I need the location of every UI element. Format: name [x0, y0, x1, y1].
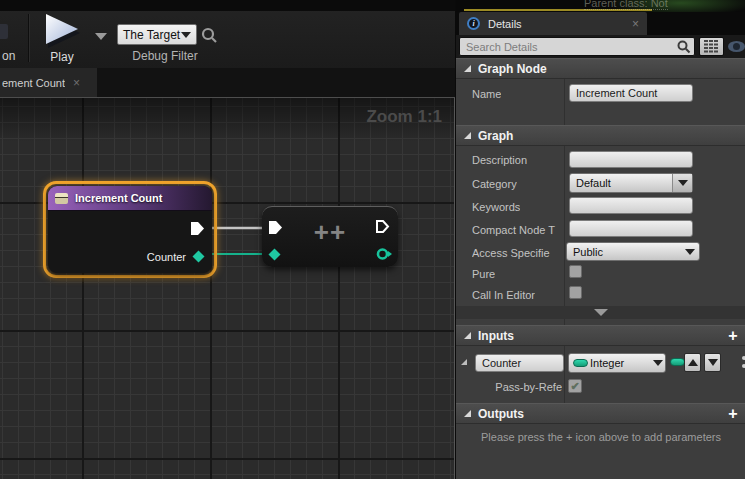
node-increment-operator[interactable]: ++ [262, 206, 398, 267]
search-icon [677, 40, 691, 54]
description-label: Description [472, 154, 527, 166]
category-dropdown[interactable]: Default [569, 173, 693, 193]
add-output-button[interactable]: + [724, 406, 742, 423]
pin-type-pill-icon [670, 358, 685, 366]
toolbar-top-strip [0, 0, 455, 11]
clipped-toolbar-icon [0, 24, 8, 39]
input-param-name-field[interactable]: Counter [475, 354, 564, 372]
section-header-outputs[interactable]: Outputs + [456, 403, 745, 424]
pure-checkbox[interactable] [569, 265, 582, 278]
pure-label: Pure [472, 268, 495, 280]
clipped-toolbar-button[interactable]: on [2, 49, 15, 63]
main-toolbar: on Play The Target Debug Filter [0, 0, 455, 68]
keywords-label: Keywords [472, 201, 520, 213]
call-in-editor-label: Call In Editor [472, 289, 535, 301]
details-panel: Parent class: Not i Details × [455, 0, 745, 479]
triangle-up-icon [688, 359, 698, 366]
unreal-blueprint-editor: on Play The Target Debug Filter [0, 0, 745, 479]
graph-tab-increment-count[interactable]: ement Count × [0, 68, 97, 97]
add-input-button[interactable]: + [724, 328, 742, 345]
node-header[interactable]: Increment Count [48, 186, 212, 211]
pass-by-reference-label: Pass-by-Refe [464, 381, 562, 393]
access-specifier-dropdown[interactable]: Public [566, 242, 700, 261]
section-header-inputs[interactable]: Inputs + [456, 325, 745, 346]
details-tab-close-icon[interactable]: × [632, 17, 639, 31]
graph-tab-bar: ement Count × [0, 68, 455, 97]
node-title: Increment Count [75, 192, 162, 204]
name-label: Name [472, 88, 501, 100]
section-header-graph[interactable]: Graph [456, 125, 745, 146]
node-body[interactable]: Increment Count Counter [48, 186, 212, 273]
debug-search-icon[interactable] [201, 27, 218, 44]
outputs-empty-hint: Please press the + icon above to add par… [456, 431, 745, 443]
keywords-field[interactable] [569, 197, 693, 214]
chevron-down-icon [181, 32, 191, 38]
expand-triangle-icon [464, 132, 471, 139]
play-button-label: Play [36, 50, 88, 64]
move-param-down-button[interactable] [704, 353, 721, 372]
expand-triangle-icon [464, 410, 471, 417]
graph-tab-close-icon[interactable]: × [73, 76, 80, 90]
details-tab-label: Details [488, 18, 632, 30]
triangle-down-icon [708, 359, 718, 366]
access-specifier-label: Access Specifie [472, 247, 564, 259]
expand-triangle-icon [464, 65, 471, 72]
counter-data-pin[interactable] [192, 250, 205, 263]
column-divider [564, 58, 565, 306]
chevron-down-icon [672, 174, 692, 192]
property-matrix-button[interactable] [699, 37, 724, 56]
function-icon [55, 193, 68, 204]
info-icon: i [467, 17, 480, 30]
details-tab-bar: i Details × [456, 12, 745, 35]
data-output-pin-unconnected[interactable] [376, 247, 392, 261]
graph-tab-label: ement Count [2, 77, 65, 89]
pass-by-reference-checkbox[interactable]: ✔ [568, 379, 582, 393]
param-expand-triangle-icon[interactable] [461, 359, 467, 365]
category-value: Default [570, 177, 672, 189]
input-param-type-value: Integer [588, 357, 651, 369]
counter-pin-label: Counter [147, 251, 186, 263]
name-field[interactable]: Increment Count [569, 84, 693, 102]
play-button[interactable]: Play [36, 12, 88, 64]
debug-filter-label: Debug Filter [110, 49, 220, 63]
exec-output-pin[interactable] [190, 221, 205, 236]
blueprint-graph-canvas[interactable]: Zoom 1:1 Increment Count Counter [0, 97, 455, 479]
zoom-level-indicator: Zoom 1:1 [366, 107, 442, 127]
search-details-input[interactable] [459, 37, 695, 56]
details-tab[interactable]: i Details × [459, 12, 647, 35]
view-options-eye-icon[interactable] [728, 41, 745, 52]
input-param-type-dropdown[interactable]: Integer [568, 353, 666, 373]
clipped-parent-class-text: Parent class: Not [584, 0, 668, 10]
section-title: Graph [478, 129, 513, 143]
section-title: Inputs [478, 329, 514, 343]
play-options-caret-icon[interactable] [95, 33, 107, 40]
category-label: Category [472, 178, 517, 190]
expand-triangle-icon [464, 332, 471, 339]
access-specifier-value: Public [567, 246, 681, 258]
play-icon [42, 12, 84, 50]
node-increment-count[interactable]: Increment Count Counter [48, 186, 212, 273]
call-in-editor-checkbox[interactable] [569, 286, 582, 299]
data-input-pin[interactable] [268, 248, 281, 261]
description-field[interactable] [569, 151, 693, 168]
debug-target-value: The Target [123, 28, 181, 42]
exec-output-pin-unconnected[interactable] [375, 219, 390, 234]
counter-output-row: Counter [147, 250, 205, 263]
section-title: Outputs [478, 407, 524, 421]
chevron-down-icon [651, 360, 665, 366]
integer-type-pill-icon [573, 359, 588, 367]
compact-node-title-label: Compact Node T [472, 224, 564, 236]
debug-target-dropdown[interactable]: The Target [117, 24, 197, 45]
move-param-up-button[interactable] [684, 353, 701, 372]
compact-node-title-field[interactable] [569, 220, 693, 237]
advanced-expander[interactable] [456, 306, 745, 319]
grid-icon [704, 40, 719, 53]
details-search-row [456, 35, 745, 58]
details-top-strip: Parent class: Not [456, 0, 745, 12]
toolbar-separator [28, 14, 29, 62]
section-title: Graph Node [478, 62, 547, 76]
chevron-down-icon [681, 249, 699, 255]
node-wires [0, 98, 455, 479]
chevron-down-icon [594, 309, 608, 316]
section-header-graph-node[interactable]: Graph Node [456, 58, 745, 79]
